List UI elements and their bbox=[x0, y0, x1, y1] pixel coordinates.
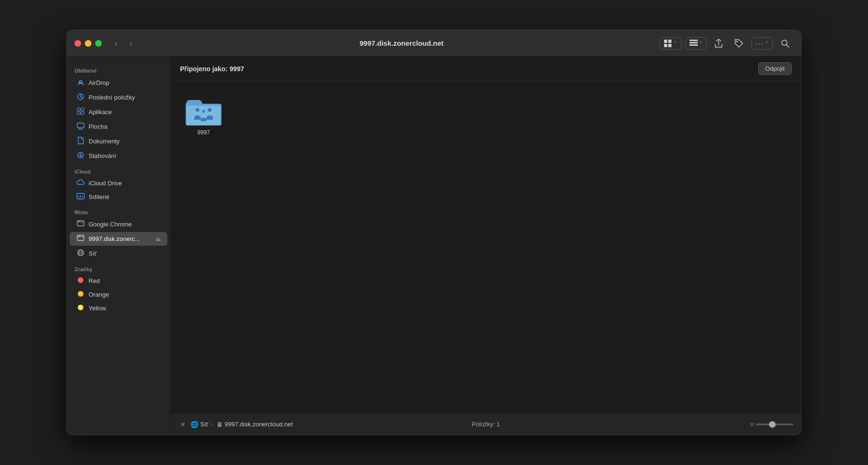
more-options-button[interactable]: ··· ⌃ bbox=[751, 37, 773, 50]
svg-rect-4 bbox=[689, 40, 698, 41]
shared-icon bbox=[76, 193, 85, 201]
sidebar-item-tag-yellow[interactable]: Yellow bbox=[70, 302, 167, 315]
locations-label: Místa bbox=[67, 204, 170, 217]
search-icon bbox=[780, 39, 790, 48]
sidebar-item-google-chrome[interactable]: Google Chrome ⏏ bbox=[70, 217, 167, 231]
folder-icon bbox=[185, 94, 222, 126]
apps-icon bbox=[76, 108, 85, 116]
status-bar: ✕ 🌐 Síť › 🖥 9997.disk.zonercloud.net Pol… bbox=[171, 413, 801, 435]
chrome-drive-icon bbox=[76, 220, 85, 229]
sidebar-item-apps-label: Aplikace bbox=[89, 108, 161, 116]
traffic-lights bbox=[74, 40, 102, 47]
airdrop-icon bbox=[76, 78, 85, 87]
content-files: 9997 bbox=[171, 81, 801, 413]
downloads-icon bbox=[76, 151, 85, 160]
window-title: 9997.disk.zonercloud.net bbox=[143, 39, 660, 47]
group-chevron: ⌃ bbox=[699, 41, 703, 46]
sidebar-item-apps[interactable]: Aplikace bbox=[70, 105, 167, 119]
icloud-icon bbox=[76, 179, 85, 187]
tag-icon bbox=[734, 39, 744, 48]
nav-buttons: ‹ › bbox=[109, 37, 138, 50]
svg-point-36 bbox=[78, 305, 83, 310]
sidebar-item-documents-label: Dokumenty bbox=[89, 138, 161, 145]
tag-yellow-icon bbox=[76, 304, 85, 312]
view-chevron: ⌃ bbox=[673, 41, 677, 46]
sidebar-item-recent[interactable]: Poslední položky bbox=[70, 91, 167, 104]
documents-icon bbox=[76, 137, 85, 146]
favorites-label: Oblíbené bbox=[67, 62, 170, 75]
share-button[interactable] bbox=[711, 36, 727, 50]
zoom-slider[interactable] bbox=[756, 423, 794, 425]
svg-rect-2 bbox=[664, 44, 667, 47]
group-by-button[interactable]: ⌃ bbox=[685, 37, 707, 50]
items-count: Položky: 1 bbox=[383, 421, 588, 428]
view-toggle-button[interactable]: ⌃ bbox=[660, 37, 681, 50]
breadcrumb-sep-1: › bbox=[211, 421, 213, 428]
zoom-min-icon: ⊟ bbox=[750, 422, 754, 427]
sidebar-item-downloads[interactable]: Stahování bbox=[70, 149, 167, 163]
sidebar-item-desktop[interactable]: Plocha bbox=[70, 120, 167, 133]
svg-point-24 bbox=[79, 221, 80, 222]
svg-point-39 bbox=[202, 110, 205, 113]
sidebar-item-chrome-label: Google Chrome bbox=[89, 221, 152, 228]
svg-rect-6 bbox=[689, 44, 698, 46]
folder-item-name: 9997 bbox=[197, 129, 210, 136]
sidebar-item-zonercloud-label: 9997.disk.zonerc... bbox=[89, 235, 152, 242]
sidebar-item-airdrop[interactable]: AirDrop bbox=[70, 76, 167, 90]
folder-item[interactable]: 9997 bbox=[180, 91, 227, 140]
sidebar-item-network-label: Síť bbox=[89, 250, 161, 257]
svg-line-8 bbox=[786, 45, 789, 47]
sidebar-item-downloads-label: Stahování bbox=[89, 152, 161, 159]
svg-point-37 bbox=[196, 108, 199, 112]
svg-point-23 bbox=[78, 221, 79, 222]
tag-red-icon bbox=[76, 277, 85, 285]
minimize-button[interactable] bbox=[85, 40, 91, 47]
sidebar-item-shared[interactable]: Sdílené bbox=[70, 191, 167, 203]
sidebar-item-icloud-label: iCloud Drive bbox=[89, 180, 161, 187]
more-dots: ··· bbox=[755, 40, 764, 47]
breadcrumb-network-icon: 🌐 bbox=[190, 421, 198, 428]
svg-point-35 bbox=[78, 291, 83, 297]
sidebar-item-zonercloud[interactable]: 9997.disk.zonerc... ⏏ bbox=[70, 232, 167, 246]
search-button[interactable] bbox=[777, 36, 794, 50]
sidebar-item-tag-red-label: Red bbox=[89, 277, 161, 284]
svg-rect-13 bbox=[77, 112, 80, 115]
grid-view-icon bbox=[664, 40, 672, 47]
status-close-button[interactable]: ✕ bbox=[178, 419, 188, 430]
finder-window: ‹ › 9997.disk.zonercloud.net ⌃ bbox=[66, 30, 802, 435]
svg-rect-11 bbox=[77, 108, 80, 111]
tags-label: Značky bbox=[67, 261, 170, 274]
tag-button[interactable] bbox=[730, 36, 747, 50]
zonercloud-eject-button[interactable]: ⏏ bbox=[156, 236, 161, 242]
breadcrumb-network-label: Síť bbox=[200, 421, 208, 428]
content-area: Připojeno jako: 9997 Odpojit bbox=[171, 57, 801, 435]
forward-button[interactable]: › bbox=[124, 37, 138, 50]
zoom-slider-thumb bbox=[769, 421, 776, 428]
breadcrumb-network[interactable]: 🌐 Síť bbox=[190, 421, 208, 428]
breadcrumb-server-label: 9997.disk.zonercloud.net bbox=[225, 421, 293, 428]
toolbar-right: ⌃ ⌃ bbox=[660, 36, 794, 50]
title-bar: ‹ › 9997.disk.zonercloud.net ⌃ bbox=[67, 30, 801, 57]
sidebar-item-tag-red[interactable]: Red bbox=[70, 274, 167, 287]
recent-icon bbox=[76, 93, 85, 102]
sidebar-item-network[interactable]: Síť bbox=[70, 247, 167, 260]
sidebar: Oblíbené AirDrop Poslední položky Aplika… bbox=[67, 57, 171, 435]
sidebar-item-documents[interactable]: Dokumenty bbox=[70, 134, 167, 148]
group-icon bbox=[689, 40, 698, 47]
icloud-label: iCloud bbox=[67, 163, 170, 176]
status-right: ⊟ bbox=[589, 422, 794, 427]
sidebar-item-desktop-label: Plocha bbox=[89, 123, 161, 130]
zonercloud-drive-icon bbox=[76, 234, 85, 243]
sidebar-item-icloud-drive[interactable]: iCloud Drive bbox=[70, 177, 167, 190]
tag-orange-icon bbox=[76, 291, 85, 299]
maximize-button[interactable] bbox=[95, 40, 102, 47]
more-chevron: ⌃ bbox=[765, 41, 769, 46]
sidebar-item-tag-orange-label: Orange bbox=[89, 291, 161, 298]
connected-label: Připojeno jako: 9997 bbox=[180, 65, 244, 73]
breadcrumb-server[interactable]: 🖥 9997.disk.zonercloud.net bbox=[216, 421, 293, 428]
sidebar-item-tag-orange[interactable]: Orange bbox=[70, 288, 167, 301]
svg-rect-15 bbox=[77, 123, 84, 128]
close-button[interactable] bbox=[74, 40, 81, 47]
disconnect-button[interactable]: Odpojit bbox=[758, 62, 792, 75]
back-button[interactable]: ‹ bbox=[109, 37, 123, 50]
